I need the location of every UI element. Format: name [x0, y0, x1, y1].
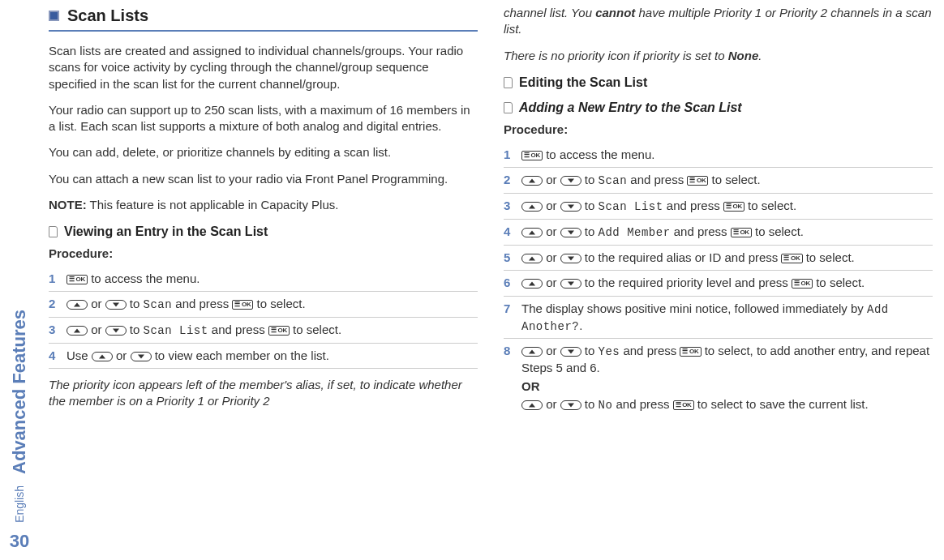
sidebar-section-label: Advanced Features — [7, 310, 32, 474]
ok-key-icon: ☰ OK — [792, 279, 813, 289]
viewing-footer: The priority icon appears left of the me… — [49, 377, 478, 410]
ok-key-icon: ☰ OK — [67, 275, 88, 284]
ok-key-icon: ☰ OK — [680, 347, 701, 357]
up-key-icon — [521, 202, 543, 212]
step-number: 7 — [504, 301, 521, 335]
cont-paragraph-2: There is no priority icon if priority is… — [504, 48, 933, 64]
ok-key-icon: ☰ OK — [521, 151, 543, 160]
up-key-icon — [67, 300, 88, 310]
adding-subheading: Adding a New Entry to the Scan List — [504, 99, 933, 117]
right-column: channel list. You cannot have multiple P… — [504, 0, 933, 560]
step-number: 1 — [504, 147, 521, 163]
adding-step-8: 8 or to Yes and press ☰ OK to select, to… — [504, 339, 933, 417]
editing-subheading: Editing the Scan List — [504, 74, 933, 92]
step-number: 6 — [504, 275, 521, 291]
doc-icon — [49, 226, 58, 237]
up-key-icon — [521, 176, 543, 186]
adding-step-1: 1 ☰ OK to access the menu. — [504, 143, 933, 168]
viewing-subheading: Viewing an Entry in the Scan List — [49, 223, 478, 241]
section-divider — [49, 30, 478, 32]
down-key-icon — [105, 326, 127, 336]
procedure-label: Procedure: — [504, 122, 933, 138]
ok-key-icon: ☰ OK — [687, 176, 708, 186]
down-key-icon — [560, 347, 581, 357]
note-label: NOTE: — [49, 198, 87, 212]
up-key-icon — [521, 279, 543, 289]
viewing-step-3: 3 or to Scan List and press ☰ OK to sele… — [49, 318, 478, 344]
viewing-step-2: 2 or to Scan and press ☰ OK to select. — [49, 292, 478, 318]
editing-title: Editing the Scan List — [519, 74, 647, 92]
step-text: to access the menu. — [88, 271, 200, 285]
down-key-icon — [560, 279, 581, 289]
step-number: 4 — [504, 224, 521, 241]
adding-step-7: 7 The display shows positive mini notice… — [504, 297, 933, 340]
ok-key-icon: ☰ OK — [781, 254, 802, 263]
step-number: 3 — [49, 322, 67, 339]
step-number: 2 — [49, 296, 67, 313]
lcd-text: Scan List — [599, 200, 663, 213]
procedure-label: Procedure: — [49, 246, 478, 262]
step-number: 1 — [49, 271, 67, 287]
page-number: 30 — [10, 529, 29, 554]
left-column: Scan Lists Scan lists are created and as… — [49, 0, 478, 560]
lcd-text: Add Member — [599, 226, 671, 239]
up-key-icon — [67, 326, 88, 336]
adding-step-6: 6 or to the required priority level and … — [504, 271, 933, 296]
step-number: 2 — [504, 172, 521, 189]
sidebar: Advanced Features English 30 — [0, 0, 39, 560]
up-key-icon — [521, 400, 543, 410]
ok-key-icon: ☰ OK — [673, 400, 694, 410]
step-number: 3 — [504, 198, 521, 215]
lcd-text: No — [599, 399, 613, 412]
down-key-icon — [131, 352, 152, 361]
adding-step-5: 5 or to the required alias or ID and pre… — [504, 246, 933, 271]
lcd-text: Scan — [144, 298, 173, 311]
ok-key-icon: ☰ OK — [232, 300, 253, 310]
section-bullet-icon — [49, 11, 59, 21]
step-number: 8 — [504, 343, 521, 413]
lcd-text: Scan List — [144, 324, 208, 337]
ok-key-icon: ☰ OK — [268, 326, 290, 336]
lcd-text: Scan — [599, 174, 628, 187]
intro-p4: You can attach a new scan list to your r… — [49, 171, 478, 187]
sidebar-english-label: English — [12, 485, 28, 523]
viewing-title: Viewing an Entry in the Scan List — [64, 223, 268, 241]
note-paragraph: NOTE: This feature is not applicable in … — [49, 197, 478, 213]
intro-p2: Your radio can support up to 250 scan li… — [49, 102, 478, 135]
down-key-icon — [560, 202, 581, 212]
section-title: Scan Lists — [67, 5, 148, 27]
cont-paragraph-1: channel list. You cannot have multiple P… — [504, 5, 933, 38]
viewing-step-4: 4 Use or to view each member on the list… — [49, 344, 478, 369]
up-key-icon — [521, 254, 543, 263]
ok-key-icon: ☰ OK — [723, 202, 744, 212]
down-key-icon — [560, 176, 581, 186]
viewing-step-1: 1 ☰ OK to access the menu. — [49, 267, 478, 292]
down-key-icon — [560, 228, 581, 237]
up-key-icon — [92, 352, 113, 361]
down-key-icon — [105, 300, 127, 310]
or-separator: OR — [521, 378, 933, 395]
note-body: This feature is not applicable in Capaci… — [90, 198, 339, 212]
ok-key-icon: ☰ OK — [731, 228, 752, 237]
section-header: Scan Lists — [49, 5, 478, 27]
up-key-icon — [521, 347, 543, 357]
down-key-icon — [560, 400, 581, 410]
intro-p3: You can add, delete, or prioritize chann… — [49, 144, 478, 160]
doc-icon — [504, 77, 513, 88]
adding-title: Adding a New Entry to the Scan List — [519, 99, 742, 117]
adding-step-2: 2 or to Scan and press ☰ OK to select. — [504, 168, 933, 194]
step-number: 5 — [504, 250, 521, 266]
doc-icon — [504, 102, 513, 113]
adding-step-3: 3 or to Scan List and press ☰ OK to sele… — [504, 194, 933, 220]
up-key-icon — [521, 228, 543, 237]
intro-p1: Scan lists are created and assigned to i… — [49, 43, 478, 92]
lcd-text: Yes — [599, 345, 620, 358]
down-key-icon — [560, 254, 581, 263]
step-number: 4 — [49, 348, 67, 364]
adding-step-4: 4 or to Add Member and press ☰ OK to sel… — [504, 220, 933, 246]
